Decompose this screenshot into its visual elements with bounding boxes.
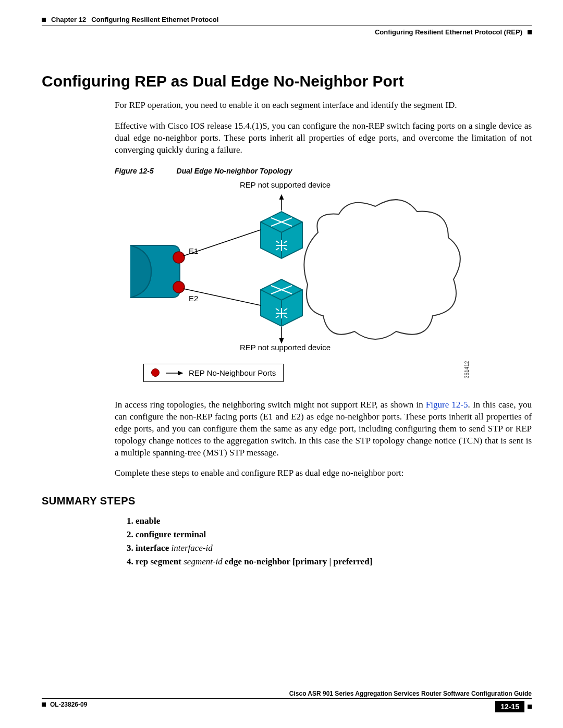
step-command: configure terminal bbox=[136, 529, 206, 539]
topology-diagram: REP not supported device REP not support… bbox=[94, 180, 469, 389]
header-rule bbox=[42, 26, 532, 26]
step-item: interface interface-id bbox=[136, 543, 532, 553]
step-item: rep segment segment-id edge no-neighbor … bbox=[136, 557, 532, 567]
paragraph-text: In access ring topologies, the neighbori… bbox=[115, 400, 426, 410]
figure-id: 361412 bbox=[464, 361, 470, 378]
chapter-title: Configuring Resilient Ethernet Protocol bbox=[91, 16, 218, 23]
doc-id: OL-23826-09 bbox=[50, 701, 87, 708]
footer-square-icon bbox=[528, 705, 532, 709]
figure-caption: Figure 12-5 Dual Edge No-neighbor Topolo… bbox=[115, 167, 532, 175]
header-square-icon bbox=[528, 30, 532, 34]
page-number: 12-15 bbox=[495, 701, 524, 712]
paragraph: For REP operation, you need to enable it… bbox=[115, 100, 532, 112]
legend-text: REP No-Neighbour Ports bbox=[189, 368, 276, 377]
figure-number: Figure 12-5 bbox=[115, 167, 154, 175]
paragraph: Complete these steps to enable and confi… bbox=[115, 467, 532, 479]
step-command: interface bbox=[136, 543, 169, 553]
breadcrumb: Configuring Resilient Ethernet Protocol … bbox=[375, 28, 522, 36]
red-dot-icon bbox=[151, 368, 160, 377]
footer-guide-title: Cisco ASR 901 Series Aggregation Service… bbox=[42, 690, 532, 697]
svg-point-0 bbox=[173, 252, 185, 263]
step-item: enable bbox=[136, 516, 532, 526]
diagram-label-top: REP not supported device bbox=[240, 180, 331, 189]
figure-link[interactable]: Figure 12-5 bbox=[426, 400, 468, 410]
diagram-label-e2: E2 bbox=[189, 294, 198, 303]
step-arg: interface-id bbox=[171, 543, 212, 553]
footer-rule bbox=[42, 698, 532, 699]
step-command: edge no-neighbor [primary | preferred] bbox=[225, 557, 372, 566]
chapter-number: Chapter 12 bbox=[51, 16, 86, 23]
step-arg: segment-id bbox=[183, 557, 223, 566]
step-command: rep segment bbox=[136, 557, 181, 566]
summary-steps-heading: SUMMARY STEPS bbox=[42, 495, 532, 507]
diagram-label-bottom: REP not supported device bbox=[240, 343, 331, 352]
summary-steps-list: enable configure terminal interface inte… bbox=[125, 516, 532, 567]
section-heading: Configuring REP as Dual Edge No-Neighbor… bbox=[42, 72, 532, 90]
footer-square-icon bbox=[42, 702, 46, 707]
figure-title: Dual Edge No-neighbor Topology bbox=[177, 167, 292, 175]
step-item: configure terminal bbox=[136, 529, 532, 540]
legend-box: REP No-Neighbour Ports bbox=[143, 364, 284, 382]
diagram-label-e1: E1 bbox=[189, 246, 198, 255]
page-footer: Cisco ASR 901 Series Aggregation Service… bbox=[42, 690, 532, 712]
paragraph: In access ring topologies, the neighbori… bbox=[115, 399, 532, 459]
page-header: Chapter 12 Configuring Resilient Etherne… bbox=[42, 16, 532, 23]
svg-point-1 bbox=[173, 281, 185, 293]
step-command: enable bbox=[136, 516, 160, 526]
paragraph: Effective with Cisco IOS release 15.4.(1… bbox=[115, 120, 532, 156]
header-square-icon bbox=[42, 18, 46, 22]
